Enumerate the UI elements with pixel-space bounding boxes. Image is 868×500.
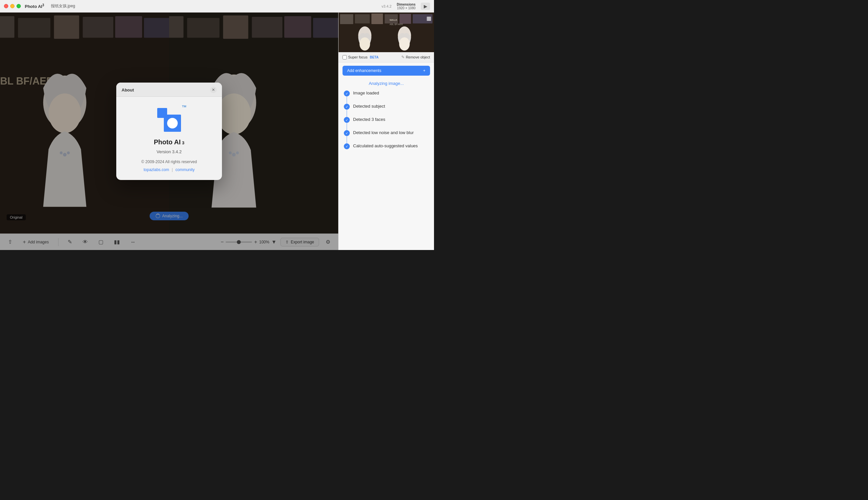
about-titlebar: About ✕: [116, 82, 222, 97]
remove-object-button[interactable]: ✎ Remove object: [401, 55, 430, 59]
about-overlay: About ✕ TM: [0, 13, 338, 250]
step-label-2: Detected subject: [353, 103, 385, 109]
expand-button[interactable]: ▶: [421, 3, 430, 10]
eraser-icon: ✎: [401, 55, 404, 59]
main-layout: ABL BF/AER: [0, 13, 434, 250]
titlebar-right: v3.4.2 Dimensions 1920 × 1080 ▶: [381, 3, 430, 10]
step-line-4: [346, 136, 347, 143]
step-check-4: ✓: [344, 130, 350, 136]
super-focus-beta-badge: BETA: [370, 56, 378, 59]
step-line-3: [346, 123, 347, 130]
svg-rect-30: [355, 14, 370, 23]
analyzing-status: Analyzing image...: [339, 79, 434, 87]
about-links-separator: |: [172, 168, 173, 172]
svg-rect-29: [340, 14, 353, 24]
right-sidebar: WALK ABL BF/AER ▦ Super focus BETA ✎ Rem…: [338, 13, 434, 250]
close-traffic-light[interactable]: [4, 4, 8, 8]
tm-badge: TM: [182, 105, 186, 108]
about-dialog-title: About: [122, 88, 134, 92]
dimensions-value: 1920 × 1080: [397, 6, 415, 10]
step-item-5: ✓ Calculated auto-suggested values: [344, 143, 429, 149]
analysis-steps: ✓ Image loaded ✓ Detected subject ✓ Dete…: [339, 87, 434, 152]
dimensions-label: Dimensions: [397, 3, 415, 6]
about-copyright: © 2009-2024 All rights reserved: [141, 159, 197, 164]
svg-text:ABL BF/AER: ABL BF/AER: [390, 23, 403, 25]
about-community-link[interactable]: community: [175, 168, 195, 172]
step-line-1: [346, 96, 347, 104]
version-label: v3.4.2: [381, 4, 391, 8]
file-name: 报纸女孩.jpeg: [51, 3, 75, 9]
thumbnail-area: WALK ABL BF/AER ▦: [339, 13, 434, 52]
super-focus-checkbox[interactable]: Super focus BETA: [343, 55, 378, 59]
sidebar-options: Super focus BETA ✎ Remove object: [339, 52, 434, 62]
traffic-lights: [4, 4, 21, 8]
titlebar: Photo AI3 报纸女孩.jpeg v3.4.2 Dimensions 19…: [0, 0, 434, 13]
svg-rect-33: [400, 14, 411, 24]
app-icon: TM: [156, 107, 182, 133]
app-title: Photo AI3: [25, 3, 44, 9]
step-label-5: Calculated auto-suggested values: [353, 143, 418, 149]
svg-point-36: [360, 37, 370, 50]
step-check-2: ✓: [344, 104, 350, 110]
about-dialog: About ✕ TM: [116, 82, 222, 180]
step-label-3: Detected 3 faces: [353, 116, 386, 123]
svg-point-38: [399, 37, 410, 50]
step-item-3: ✓ Detected 3 faces: [344, 116, 429, 123]
about-links: topazlabs.com | community: [144, 168, 195, 172]
step-check-1: ✓: [344, 91, 350, 96]
thumbnail-image: WALK ABL BF/AER: [339, 13, 434, 52]
add-enhancements-button[interactable]: Add enhancements +: [343, 66, 430, 76]
step-check-5: ✓: [344, 143, 350, 149]
fullscreen-traffic-light[interactable]: [16, 4, 21, 8]
about-close-button[interactable]: ✕: [210, 87, 217, 93]
about-app-name: Photo AI3: [154, 138, 185, 146]
svg-rect-31: [372, 13, 383, 24]
svg-point-27: [167, 118, 178, 128]
dimensions-box: Dimensions 1920 × 1080: [397, 3, 415, 10]
step-item-1: ✓ Image loaded: [344, 90, 429, 96]
minimize-traffic-light[interactable]: [10, 4, 14, 8]
step-item-4: ✓ Detected low noise and low blur: [344, 129, 429, 136]
super-focus-input[interactable]: [343, 55, 347, 59]
thumbnail-crop-button[interactable]: ▦: [426, 15, 431, 22]
step-label-1: Image loaded: [353, 90, 379, 96]
about-version: Version 3.4.2: [157, 149, 182, 154]
step-line-2: [346, 110, 347, 117]
about-content: TM Photo AI3 Version 3.4.2: [116, 97, 222, 180]
about-website-link[interactable]: topazlabs.com: [144, 168, 169, 172]
step-label-4: Detected low noise and low blur: [353, 129, 414, 136]
svg-text:WALK: WALK: [390, 19, 398, 22]
canvas-area: ABL BF/AER: [0, 13, 338, 250]
step-check-3: ✓: [344, 117, 350, 123]
step-item-2: ✓ Detected subject: [344, 103, 429, 110]
